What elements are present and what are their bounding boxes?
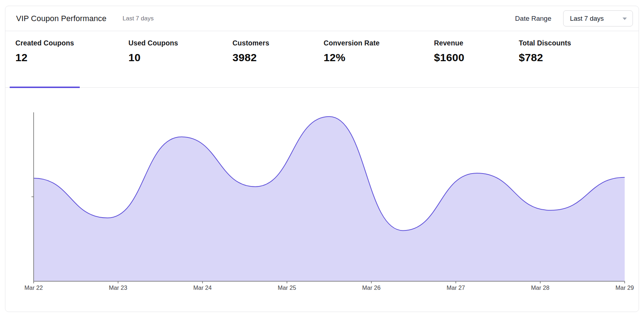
- kpi-value: 10: [128, 52, 178, 64]
- kpi-value: $1600: [434, 52, 464, 64]
- area-fill: [34, 117, 625, 281]
- tab-created-coupons[interactable]: Created Coupons 12: [10, 39, 80, 87]
- area-chart-svg: Mar 22Mar 23Mar 24Mar 25Mar 26Mar 27Mar …: [5, 88, 639, 312]
- kpi-label: Total Discounts: [519, 39, 571, 47]
- page-title: VIP Coupon Performance: [16, 14, 107, 23]
- date-range-select[interactable]: Last 7 days: [563, 10, 633, 26]
- kpi-label: Customers: [233, 39, 269, 47]
- x-axis-label: Mar 24: [193, 284, 211, 291]
- x-axis-label: Mar 22: [24, 284, 43, 291]
- tab-revenue[interactable]: Revenue $1600: [428, 39, 470, 87]
- x-axis-label: Mar 29: [615, 284, 634, 291]
- vip-coupon-performance-card: VIP Coupon Performance Last 7 days Date …: [5, 6, 639, 312]
- tab-total-discounts[interactable]: Total Discounts $782: [513, 39, 577, 87]
- tab-conversion-rate[interactable]: Conversion Rate 12%: [318, 39, 385, 87]
- kpi-label: Revenue: [434, 39, 464, 47]
- kpi-value: 3982: [233, 52, 269, 64]
- area-chart: Mar 22Mar 23Mar 24Mar 25Mar 26Mar 27Mar …: [5, 88, 639, 312]
- kpi-value: 12: [15, 52, 74, 64]
- kpi-value: 12%: [324, 52, 380, 64]
- kpi-label: Used Coupons: [128, 39, 178, 47]
- kpi-tabs: Created Coupons 12 Used Coupons 10 Custo…: [5, 31, 639, 88]
- chevron-down-icon: [623, 18, 627, 20]
- x-axis-label: Mar 28: [531, 284, 549, 291]
- date-range-label: Date Range: [515, 15, 551, 23]
- card-header: VIP Coupon Performance Last 7 days Date …: [5, 6, 639, 31]
- x-axis-label: Mar 27: [447, 284, 465, 291]
- tab-used-coupons[interactable]: Used Coupons 10: [123, 39, 184, 87]
- tab-customers[interactable]: Customers 3982: [227, 39, 275, 87]
- x-axis-label: Mar 25: [278, 284, 296, 291]
- kpi-label: Created Coupons: [15, 39, 74, 47]
- x-axis-label: Mar 26: [362, 284, 380, 291]
- kpi-value: $782: [519, 52, 571, 64]
- kpi-label: Conversion Rate: [324, 39, 380, 47]
- date-range-selected-value: Last 7 days: [570, 15, 604, 23]
- date-range-subtitle: Last 7 days: [123, 15, 154, 22]
- x-axis-label: Mar 23: [109, 284, 127, 291]
